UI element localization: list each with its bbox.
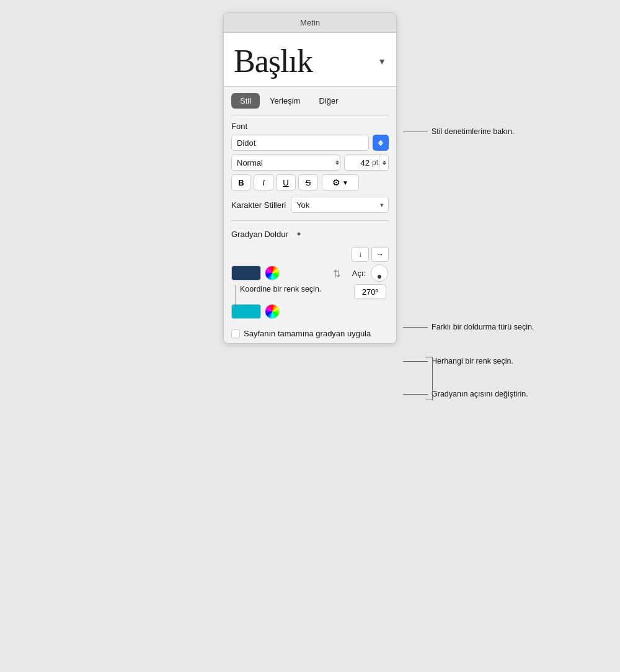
italic-button[interactable]: I	[254, 174, 273, 190]
size-unit: pt	[372, 158, 379, 167]
gradient-arrows: ↓ →	[352, 247, 389, 262]
gradient-direction-controls: ↓ → Açı:	[352, 247, 389, 299]
gear-dropdown-arrow: ▼	[342, 179, 348, 186]
annotation-color: Herhangi bir renk seçin.	[403, 357, 513, 365]
ann1-line	[403, 132, 428, 132]
style-select-wrapper: Normal	[231, 155, 340, 171]
gradient-colors-area: ⇄ ↓ → Açı:	[224, 247, 396, 319]
mini-down-icon	[335, 163, 339, 165]
apply-gradient-checkbox[interactable]	[231, 329, 240, 338]
size-down-icon	[383, 163, 386, 165]
color1-wheel-button[interactable]	[265, 266, 280, 280]
tab-stil[interactable]: Stil	[231, 93, 260, 109]
fill-section: Gradyan Doldur	[224, 227, 396, 241]
ann1-text: Stil denetimlerine bakın.	[432, 127, 514, 136]
ann2-line	[403, 327, 428, 328]
bold-button[interactable]: B	[231, 174, 251, 190]
apply-gradient-label: Sayfanın tamamına gradyan uygula	[244, 329, 371, 338]
fill-stepper-down-icon	[297, 234, 301, 236]
grad-down-button[interactable]: ↓	[352, 247, 369, 262]
bottom-ann-line	[236, 285, 236, 307]
underline-button[interactable]: U	[276, 174, 296, 190]
char-style-label: Karakter Stilleri	[231, 200, 286, 210]
fill-label: Gradyan Doldur	[231, 230, 288, 239]
tabs-area: Stil Yerleşim Diğer	[224, 87, 396, 109]
size-stepper[interactable]	[379, 155, 388, 170]
angle-input-wrapper	[354, 284, 386, 299]
title-area: Başlık ▼	[224, 33, 396, 87]
ann3-text: Herhangi bir renk seçin.	[432, 357, 513, 365]
stepper-up-icon	[378, 140, 383, 143]
bottom-annotation: Koordine bir renk seçin.	[236, 285, 321, 307]
size-up-icon	[383, 161, 386, 163]
style-size-row: Normal pt	[231, 155, 389, 171]
style-select[interactable]: Normal	[231, 155, 340, 171]
title-dropdown-arrow[interactable]: ▼	[378, 56, 386, 66]
apply-checkbox-row: Sayfanın tamamına gradyan uygula	[224, 324, 396, 343]
font-name-select[interactable]: Didot	[231, 135, 369, 151]
gradient-bracket	[425, 357, 433, 400]
angle-label: Açı:	[352, 269, 366, 278]
tab-divider	[231, 115, 389, 115]
title-text: Başlık	[234, 45, 312, 78]
format-row: B I U S ⚙ ▼	[231, 174, 389, 190]
strikethrough-button[interactable]: S	[298, 174, 318, 190]
annotation-fill-type: Farklı bir doldurma türü seçin.	[403, 323, 534, 331]
annotation-angle: Gradyanın açısını değiştirin.	[403, 390, 528, 398]
fill-divider	[231, 220, 389, 221]
gear-menu-button[interactable]: ⚙ ▼	[322, 174, 359, 190]
ann5-text: Koordine bir renk seçin.	[240, 285, 321, 293]
fill-row: Gradyan Doldur	[231, 227, 389, 241]
ann3-line	[403, 361, 428, 362]
ann4-text: Gradyanın açısını değiştirin.	[432, 390, 528, 398]
angle-dot-indicator	[378, 275, 381, 279]
color1-swatch[interactable]	[231, 266, 261, 280]
format-btn-group: B I U S	[231, 174, 318, 190]
char-style-select[interactable]: Yok	[291, 197, 389, 213]
font-name-row: Didot	[231, 135, 389, 151]
char-style-select-wrapper: Yok ▾	[291, 197, 389, 213]
font-label: Font	[231, 122, 389, 131]
ann2-text: Farklı bir doldurma türü seçin.	[432, 323, 534, 331]
gear-icon: ⚙	[332, 177, 340, 187]
panel-header: Metin	[224, 13, 396, 33]
fill-type-stepper[interactable]	[292, 227, 306, 241]
tab-diger[interactable]: Diğer	[310, 93, 347, 109]
swap-colors-icon[interactable]: ⇄	[332, 269, 343, 277]
angle-control-row: Açı:	[352, 264, 388, 282]
annotation-stil: Stil denetimlerine bakın.	[403, 127, 514, 136]
ann4-line	[403, 394, 428, 395]
angle-input[interactable]	[358, 287, 383, 297]
grad-right-button[interactable]: →	[371, 247, 389, 262]
char-styles-section: Karakter Stilleri Yok ▾	[224, 197, 396, 213]
font-section: Font Didot Normal	[224, 122, 396, 190]
tab-yerlesim[interactable]: Yerleşim	[261, 93, 309, 109]
font-stepper-button[interactable]	[373, 135, 389, 151]
angle-circle[interactable]	[371, 264, 388, 282]
size-input[interactable]	[345, 158, 372, 168]
style-stepper[interactable]	[335, 161, 339, 165]
stepper-down-icon	[378, 143, 383, 146]
mini-up-icon	[335, 161, 339, 163]
char-style-row: Karakter Stilleri Yok ▾	[231, 197, 389, 213]
size-field: pt	[344, 155, 389, 171]
